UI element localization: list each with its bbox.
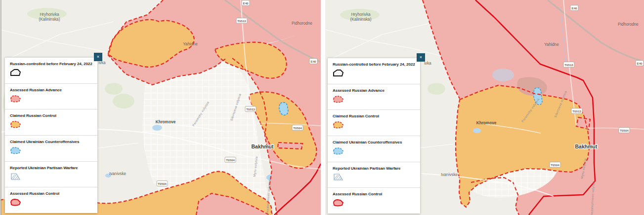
- legend-item-label: Claimed Ukrainian Counteroffensives: [10, 140, 95, 144]
- blue-dashed-polygon-icon: [10, 146, 22, 155]
- legend-item-reported-ukrainian-partisan-warfare: Reported Ukrainian Partisan Warfare: [328, 162, 420, 188]
- pink-red-solid-polygon-icon: [333, 198, 344, 207]
- legend-close-button[interactable]: ×: [94, 53, 102, 61]
- legend-item-label: Assessed Russian Advance: [10, 88, 95, 92]
- label-partial-ivka: ivka: [424, 61, 431, 66]
- black-outline-polygon-icon: [10, 68, 22, 77]
- label-kalininska: (Kalininska): [350, 17, 372, 22]
- label-yahidne: Yahidne: [544, 42, 559, 47]
- legend-panel-left: × Russian-controlled before February 24,…: [5, 57, 97, 213]
- legend-item-russian-controlled-before: Russian-controlled before February 24, 2…: [328, 58, 420, 84]
- svg-text:T0504: T0504: [551, 163, 559, 167]
- pink-red-dashed-polygon-icon: [10, 94, 22, 103]
- map-comparison-view: Hryhorivka (Kalininska) Yahidne Pidhorod…: [0, 0, 644, 215]
- label-pidhorodne: Pidhorodne: [618, 22, 639, 27]
- svg-text:T0513: T0513: [237, 19, 246, 23]
- pink-red-solid-polygon-icon: [10, 198, 22, 207]
- legend-item-assessed-russian-control: Assessed Russian Control: [328, 187, 420, 214]
- svg-text:T0504: T0504: [158, 182, 167, 185]
- svg-text:T0504: T0504: [293, 126, 302, 130]
- legend-item-label: Assessed Russian Control: [333, 192, 418, 196]
- legend-item-label: Claimed Russian Control: [10, 113, 95, 118]
- legend-item-label: Reported Ukrainian Partisan Warfare: [333, 166, 418, 171]
- svg-text:T0504: T0504: [620, 129, 629, 132]
- label-partial-ivka: ivka: [98, 61, 106, 65]
- legend-item-label: Russian-controlled before February 24, 2…: [333, 62, 418, 67]
- svg-text:T0513: T0513: [572, 109, 581, 113]
- orange-red-dashed-polygon-icon: [10, 120, 22, 129]
- label-khromove: Khromove: [156, 120, 176, 124]
- legend-item-reported-ukrainian-partisan-warfare: Reported Ukrainian Partisan Warfare: [5, 161, 97, 187]
- legend-item-claimed-ukrainian-counteroffensives: Claimed Ukrainian Counteroffensives: [5, 135, 97, 161]
- svg-text:T0513: T0513: [246, 108, 255, 111]
- legend-item-claimed-ukrainian-counteroffensives: Claimed Ukrainian Counteroffensives: [328, 136, 420, 162]
- label-pidhorodne: Pidhorodne: [292, 21, 312, 26]
- label-yahidne: Yahidne: [183, 42, 198, 46]
- legend-item-claimed-russian-control: Claimed Russian Control: [5, 109, 97, 135]
- svg-text:T0504: T0504: [226, 158, 235, 162]
- blue-hatched-polygon-icon: [333, 173, 344, 181]
- label-ivanivske: Ivanivske: [441, 173, 458, 177]
- svg-text:E40: E40: [637, 62, 643, 65]
- label-bakhmut: Bakhmut: [575, 143, 598, 149]
- svg-text:E40: E40: [243, 1, 249, 5]
- label-kalininska: (Kalininska): [39, 17, 60, 22]
- left-edge-line: [1, 0, 1, 215]
- legend-item-assessed-russian-control: Assessed Russian Control: [5, 187, 97, 213]
- legend-item-russian-controlled-before: Russian-controlled before February 24, 2…: [5, 57, 97, 83]
- label-bakhmut: Bakhmut: [252, 143, 274, 149]
- legend-item-label: Reported Ukrainian Partisan Warfare: [10, 166, 95, 170]
- legend-item-label: Assessed Russian Advance: [333, 88, 418, 93]
- label-hryhorivka: Hryhorivka: [351, 12, 371, 17]
- label-khromove: Khromove: [476, 121, 497, 125]
- pink-red-dashed-polygon-icon: [333, 95, 344, 104]
- svg-text:E40: E40: [571, 6, 577, 10]
- legend-item-label: Russian-controlled before February 24, 2…: [10, 62, 95, 66]
- label-ivanivske: Ivanivske: [109, 172, 127, 176]
- black-outline-polygon-icon: [333, 69, 344, 77]
- legend-item-label: Claimed Russian Control: [333, 114, 418, 118]
- legend-item-assessed-russian-advance: Assessed Russian Advance: [328, 84, 420, 110]
- legend-item-assessed-russian-advance: Assessed Russian Advance: [5, 83, 97, 109]
- blue-dashed-polygon-icon: [333, 146, 344, 155]
- legend-panel-right: × Russian-controlled before February 24,…: [328, 58, 420, 214]
- blue-hatched-polygon-icon: [10, 172, 22, 181]
- left-edge: [0, 0, 1, 215]
- legend-item-label: Assessed Russian Control: [10, 191, 95, 196]
- svg-text:E40: E40: [310, 60, 316, 63]
- label-hryhorivka: Hryhorivka: [40, 12, 59, 17]
- svg-text:T0513: T0513: [564, 63, 573, 67]
- legend-item-label: Claimed Ukrainian Counteroffensives: [333, 140, 418, 144]
- legend-item-claimed-russian-control: Claimed Russian Control: [328, 109, 420, 136]
- orange-red-dashed-polygon-icon: [333, 120, 344, 129]
- legend-close-button[interactable]: ×: [417, 53, 425, 62]
- lake: [492, 69, 514, 81]
